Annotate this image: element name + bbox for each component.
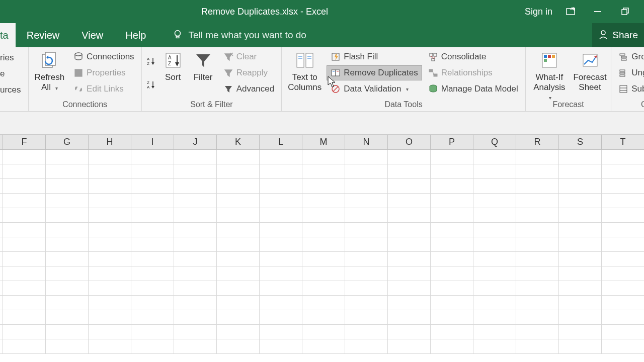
cell[interactable] <box>217 325 260 339</box>
cell[interactable] <box>345 310 388 324</box>
cell[interactable] <box>516 266 559 281</box>
cell[interactable] <box>602 208 644 222</box>
cell[interactable] <box>174 339 217 353</box>
cell[interactable] <box>3 281 46 295</box>
cell[interactable] <box>217 194 260 208</box>
cell[interactable] <box>3 339 46 353</box>
cell[interactable] <box>559 266 602 281</box>
cell[interactable] <box>516 223 559 237</box>
cell[interactable] <box>516 281 559 295</box>
sort-asc-button[interactable]: AZ <box>145 53 157 68</box>
cell[interactable] <box>431 310 473 324</box>
cell[interactable] <box>431 339 473 353</box>
column-header[interactable]: M <box>302 135 345 149</box>
cell[interactable] <box>3 266 46 281</box>
cell[interactable] <box>388 325 431 339</box>
cell[interactable] <box>388 164 431 178</box>
column-header[interactable]: I <box>131 135 174 149</box>
cell[interactable] <box>174 179 217 193</box>
cell[interactable] <box>559 237 602 251</box>
cell[interactable] <box>559 208 602 222</box>
cell[interactable] <box>3 310 46 324</box>
cell[interactable] <box>559 296 602 310</box>
cell[interactable] <box>89 208 131 222</box>
manage-data-model-button[interactable]: Manage Data Model <box>424 81 522 97</box>
subtotal-button[interactable]: Subtotal <box>614 81 644 97</box>
cell[interactable] <box>260 179 302 193</box>
cell[interactable] <box>473 179 516 193</box>
cell[interactable] <box>260 325 302 339</box>
cell[interactable] <box>217 281 260 295</box>
cell[interactable] <box>431 281 473 295</box>
cell[interactable] <box>131 325 174 339</box>
cell[interactable] <box>388 223 431 237</box>
cell[interactable] <box>3 237 46 251</box>
share-button[interactable]: Share <box>592 23 644 47</box>
cell[interactable] <box>131 164 174 178</box>
cell[interactable] <box>217 150 260 164</box>
filter-button[interactable]: Filter <box>189 49 217 96</box>
sort-button[interactable]: AZ Sort <box>159 49 187 96</box>
cell[interactable] <box>174 223 217 237</box>
cell[interactable] <box>46 150 89 164</box>
cell[interactable] <box>431 237 473 251</box>
cell[interactable] <box>345 339 388 353</box>
cell[interactable] <box>516 325 559 339</box>
cell[interactable] <box>431 223 473 237</box>
cell[interactable] <box>559 310 602 324</box>
group-button[interactable]: Group ▾ <box>614 49 644 64</box>
cell[interactable] <box>388 339 431 353</box>
column-header[interactable]: O <box>388 135 431 149</box>
tab-view[interactable]: View <box>70 23 114 47</box>
tell-me-search[interactable]: Tell me what you want to do <box>172 29 306 42</box>
cell[interactable] <box>431 194 473 208</box>
cell[interactable] <box>473 325 516 339</box>
cell[interactable] <box>388 150 431 164</box>
cell[interactable] <box>260 296 302 310</box>
cell[interactable] <box>3 150 46 164</box>
cell[interactable] <box>131 310 174 324</box>
cell[interactable] <box>559 164 602 178</box>
cell[interactable] <box>46 208 89 222</box>
cell[interactable] <box>345 208 388 222</box>
cell[interactable] <box>217 208 260 222</box>
cell[interactable] <box>602 281 644 295</box>
refresh-all-button[interactable]: Refresh All ▾ <box>32 49 68 96</box>
cell[interactable] <box>260 339 302 353</box>
cell[interactable] <box>131 208 174 222</box>
cell[interactable] <box>3 296 46 310</box>
cell[interactable] <box>46 223 89 237</box>
cell[interactable] <box>473 164 516 178</box>
cell[interactable] <box>388 208 431 222</box>
queries-button[interactable]: ries <box>0 50 25 65</box>
cell[interactable] <box>46 252 89 266</box>
cell[interactable] <box>174 237 217 251</box>
cell[interactable] <box>345 150 388 164</box>
cell[interactable] <box>473 150 516 164</box>
cell[interactable] <box>559 281 602 295</box>
cell[interactable] <box>46 179 89 193</box>
cell[interactable] <box>602 339 644 353</box>
cell[interactable] <box>602 310 644 324</box>
ungroup-button[interactable]: Ungroup ▾ <box>614 65 644 80</box>
cell[interactable] <box>46 281 89 295</box>
cell[interactable] <box>217 296 260 310</box>
cell[interactable] <box>46 296 89 310</box>
cell[interactable] <box>260 194 302 208</box>
cell[interactable] <box>131 194 174 208</box>
tab-help[interactable]: Help <box>114 23 157 47</box>
cell[interactable] <box>602 252 644 266</box>
cell[interactable] <box>302 208 345 222</box>
cell[interactable] <box>559 179 602 193</box>
cell[interactable] <box>131 237 174 251</box>
cell[interactable] <box>473 252 516 266</box>
cell[interactable] <box>516 310 559 324</box>
cell[interactable] <box>260 310 302 324</box>
cell[interactable] <box>302 281 345 295</box>
cell[interactable] <box>3 208 46 222</box>
cell[interactable] <box>388 179 431 193</box>
whatif-analysis-button[interactable]: What-If Analysis ▾ <box>529 49 570 96</box>
cell[interactable] <box>260 164 302 178</box>
cell[interactable] <box>217 252 260 266</box>
cell[interactable] <box>431 164 473 178</box>
